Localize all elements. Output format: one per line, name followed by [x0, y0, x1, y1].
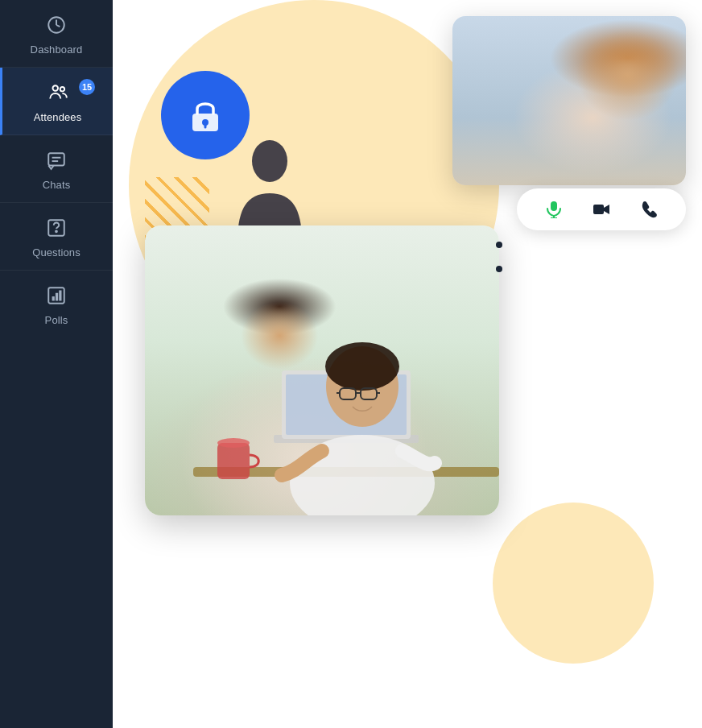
sidebar-polls-label: Polls	[45, 314, 68, 326]
man-illustration	[145, 225, 499, 515]
dot-decoration-1	[496, 242, 502, 248]
phone-button[interactable]	[634, 195, 663, 224]
svg-rect-16	[551, 201, 557, 211]
main-photo-image	[145, 225, 499, 515]
svg-rect-19	[593, 205, 604, 214]
dashboard-icon	[46, 14, 67, 39]
svg-rect-25	[217, 443, 250, 479]
mic-button[interactable]	[539, 195, 568, 224]
dot-decoration-2	[496, 266, 502, 272]
svg-rect-3	[48, 153, 64, 165]
sidebar-item-polls[interactable]: Polls	[0, 271, 113, 337]
attendees-icon	[47, 82, 68, 106]
control-bar	[517, 188, 686, 230]
sidebar-questions-label: Questions	[32, 246, 81, 259]
video-button[interactable]	[587, 195, 616, 224]
sidebar-item-chats[interactable]: Chats	[0, 135, 113, 203]
polls-icon	[46, 285, 67, 309]
lock-circle	[161, 71, 250, 159]
questions-icon	[46, 217, 67, 242]
svg-point-1	[52, 85, 58, 91]
sidebar-item-dashboard[interactable]: Dashboard	[0, 0, 113, 68]
svg-rect-11	[59, 291, 61, 301]
svg-point-27	[290, 435, 435, 515]
svg-rect-10	[56, 293, 58, 301]
sidebar-chats-label: Chats	[43, 179, 71, 191]
svg-point-7	[56, 230, 57, 232]
lock-icon	[184, 94, 226, 136]
main-photo	[145, 225, 499, 515]
video-card-image	[452, 16, 686, 185]
chats-icon	[46, 150, 67, 174]
attendees-badge: 15	[79, 79, 95, 95]
sidebar: Dashboard 15 Attendees Chats	[0, 0, 113, 728]
sidebar-item-attendees[interactable]: 15 Attendees	[0, 68, 113, 135]
sidebar-item-questions[interactable]: Questions	[0, 203, 113, 271]
video-card	[452, 16, 686, 185]
svg-point-29	[325, 342, 399, 391]
sidebar-dashboard-label: Dashboard	[31, 43, 83, 56]
svg-point-2	[60, 87, 64, 91]
sidebar-attendees-label: Attendees	[34, 111, 82, 123]
svg-rect-9	[52, 296, 55, 300]
svg-point-15	[252, 140, 287, 182]
video-person-photo	[452, 16, 686, 185]
main-content	[113, 0, 702, 728]
svg-point-26	[217, 438, 250, 448]
